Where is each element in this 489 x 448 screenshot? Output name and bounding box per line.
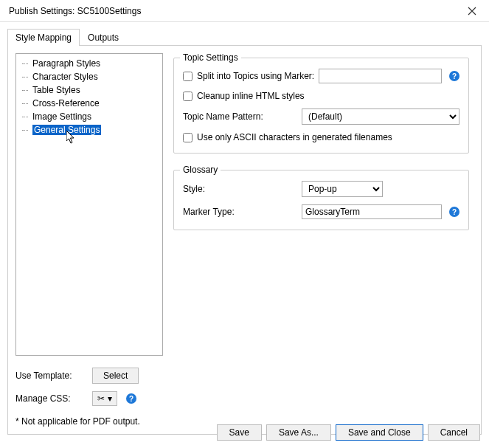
ascii-only-label: Use only ASCII characters in generated f…: [197, 132, 392, 142]
select-template-button[interactable]: Select: [92, 368, 139, 384]
marker-type-input[interactable]: [302, 204, 442, 219]
ascii-only-input[interactable]: [183, 133, 193, 142]
window-title: Publish Settings: SC5100Settings: [9, 6, 461, 16]
manage-css-button[interactable]: ✂ ▾: [92, 391, 117, 406]
tab-row: Style Mapping Outputs: [0, 22, 489, 45]
tab-style-mapping[interactable]: Style Mapping: [7, 29, 80, 46]
pdf-footnote: * Not applicable for PDF output.: [15, 416, 163, 427]
scissors-icon: ✂: [97, 393, 105, 404]
close-icon[interactable]: [461, 0, 483, 22]
cleanup-html-checkbox[interactable]: Cleanup inline HTML styles: [183, 91, 305, 101]
split-marker-input[interactable]: [319, 69, 442, 83]
main-panel: Topic Settings Split into Topics using M…: [172, 53, 474, 427]
chevron-down-icon: ▾: [108, 393, 112, 404]
tree-item-table-styles[interactable]: Table Styles: [16, 83, 162, 97]
glossary-group: Glossary Style: Pop-up Marker Type: ?: [173, 170, 469, 230]
settings-tree[interactable]: Paragraph Styles Character Styles Table …: [15, 53, 163, 356]
save-and-close-button[interactable]: Save and Close: [336, 424, 423, 441]
split-topics-input[interactable]: [183, 72, 193, 81]
sidebar-controls: Use Template: Select Manage CSS: ✂ ▾ ? *…: [15, 368, 163, 427]
marker-type-label: Marker Type:: [183, 207, 297, 217]
help-icon[interactable]: ?: [449, 207, 459, 217]
save-as-button[interactable]: Save As...: [266, 424, 331, 441]
dialog-buttons: Save Save As... Save and Close Cancel: [217, 424, 480, 441]
help-icon[interactable]: ?: [126, 393, 136, 404]
save-button[interactable]: Save: [217, 424, 262, 441]
tree-item-character-styles[interactable]: Character Styles: [16, 70, 162, 83]
tree-item-image-settings[interactable]: Image Settings: [16, 110, 162, 123]
tab-panel: Paragraph Styles Character Styles Table …: [7, 45, 482, 435]
tree-item-general-settings[interactable]: General Settings: [16, 123, 162, 137]
use-template-label: Use Template:: [15, 371, 86, 381]
topic-settings-title: Topic Settings: [180, 52, 241, 63]
glossary-style-select[interactable]: Pop-up: [302, 181, 383, 197]
cleanup-html-label: Cleanup inline HTML styles: [197, 91, 305, 101]
tree-item-cross-reference[interactable]: Cross-Reference: [16, 97, 162, 110]
cleanup-html-input[interactable]: [183, 92, 193, 101]
cancel-button[interactable]: Cancel: [428, 424, 480, 441]
split-topics-label: Split into Topics using Marker:: [197, 71, 314, 81]
topic-name-pattern-label: Topic Name Pattern:: [183, 111, 297, 122]
tree-item-paragraph-styles[interactable]: Paragraph Styles: [16, 57, 162, 70]
tab-outputs[interactable]: Outputs: [80, 29, 127, 46]
titlebar: Publish Settings: SC5100Settings: [0, 0, 489, 22]
topic-settings-group: Topic Settings Split into Topics using M…: [173, 58, 469, 154]
sidebar: Paragraph Styles Character Styles Table …: [15, 53, 163, 427]
topic-name-pattern-select[interactable]: (Default): [302, 108, 459, 125]
split-topics-checkbox[interactable]: Split into Topics using Marker:: [183, 71, 314, 81]
ascii-only-checkbox[interactable]: Use only ASCII characters in generated f…: [183, 132, 392, 142]
glossary-style-label: Style:: [183, 184, 297, 194]
manage-css-label: Manage CSS:: [15, 393, 86, 404]
glossary-title: Glossary: [180, 165, 221, 175]
help-icon[interactable]: ?: [449, 71, 459, 81]
